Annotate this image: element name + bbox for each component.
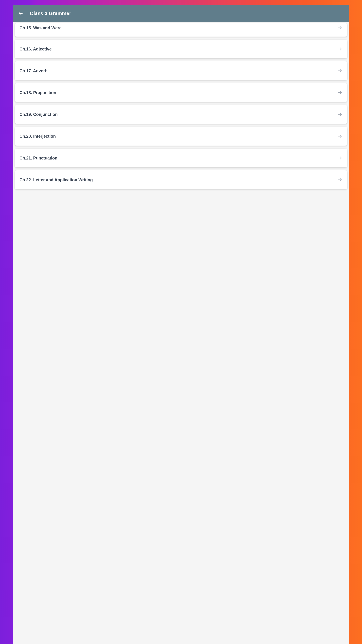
chapter-item-22[interactable]: Ch.22. Letter and Application Writing	[15, 170, 137, 189]
chapter-title: Ch.22. Letter and Application Writing	[19, 178, 93, 182]
chapter-title: Ch.17. Adverb	[19, 68, 47, 73]
chapter-title: Ch.15. Was and Were	[19, 26, 61, 30]
app-container: Class 3 Grammer Ch.15. Was and Were Ch.1…	[13, 5, 137, 244]
header: Class 3 Grammer	[13, 5, 137, 22]
chapter-title: Ch.20. Interjection	[19, 134, 56, 139]
chapter-title: Ch.18. Preposition	[19, 90, 56, 95]
chapter-item-17[interactable]: Ch.17. Adverb	[15, 62, 137, 80]
chapter-item-18[interactable]: Ch.18. Preposition	[15, 83, 137, 102]
chapter-item-19[interactable]: Ch.19. Conjunction	[15, 105, 137, 124]
chapter-item-16[interactable]: Ch.16. Adjective	[15, 40, 137, 58]
chapter-item-21[interactable]: Ch.21. Punctuation	[15, 148, 137, 167]
chapter-list: Ch.15. Was and Were Ch.16. Adjective Ch.…	[13, 22, 137, 244]
chapter-title: Ch.16. Adjective	[19, 46, 52, 52]
page-title: Class 3 Grammer	[30, 10, 71, 16]
chapter-item-20[interactable]: Ch.20. Interjection	[15, 127, 137, 146]
chapter-item-15[interactable]: Ch.15. Was and Were	[15, 23, 137, 36]
back-button[interactable]	[17, 10, 25, 18]
chapter-title: Ch.19. Conjunction	[19, 112, 58, 117]
arrow-left-icon	[18, 11, 23, 16]
chapter-title: Ch.21. Punctuation	[19, 156, 57, 160]
